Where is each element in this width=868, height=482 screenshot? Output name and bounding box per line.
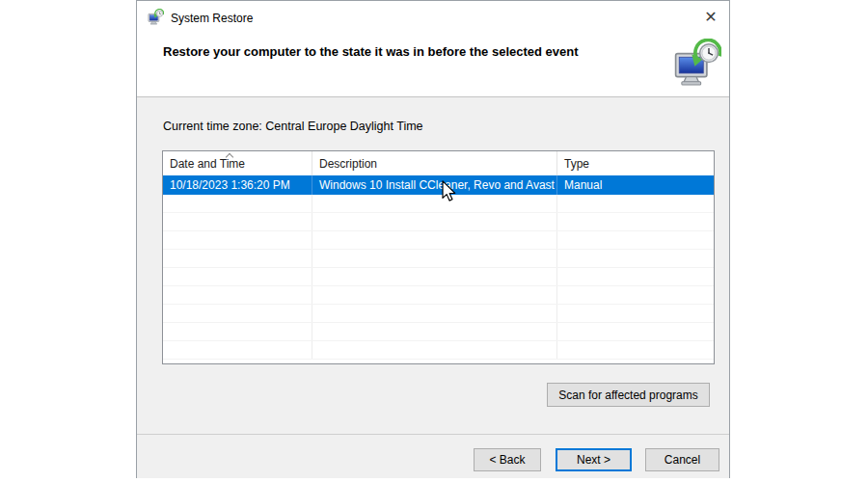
empty-cell xyxy=(557,305,714,322)
empty-cell xyxy=(163,231,312,249)
column-header-type[interactable]: Type xyxy=(557,151,714,175)
empty-table-row[interactable] xyxy=(163,250,714,268)
system-restore-icon xyxy=(148,9,164,25)
empty-cell xyxy=(163,341,312,359)
empty-cell xyxy=(312,213,557,230)
empty-cell xyxy=(163,195,312,212)
restore-point-cell: Manual xyxy=(557,175,714,195)
empty-cell xyxy=(163,213,312,230)
empty-cell xyxy=(557,286,714,304)
empty-cell xyxy=(163,268,312,285)
empty-table-row[interactable] xyxy=(163,195,714,213)
empty-cell xyxy=(312,195,557,212)
back-button[interactable]: < Back xyxy=(474,448,541,471)
empty-table-row[interactable] xyxy=(163,268,714,286)
restore-point-cell: 10/18/2023 1:36:20 PM xyxy=(163,175,312,195)
empty-cell xyxy=(312,286,557,304)
desktop-background: System Restore ✕ Restore your computer t… xyxy=(0,0,868,482)
empty-table-row[interactable] xyxy=(163,213,714,231)
empty-table-row[interactable] xyxy=(163,305,714,323)
empty-cell xyxy=(163,305,312,322)
empty-cell xyxy=(163,323,312,340)
system-restore-large-icon xyxy=(673,36,721,90)
empty-cell xyxy=(312,250,557,267)
restore-point-cell: Windows 10 Install CCleaner, Revo and Av… xyxy=(312,175,557,195)
table-header-row: Date and TimeDescriptionType xyxy=(163,151,714,175)
empty-cell xyxy=(163,286,312,304)
cancel-button[interactable]: Cancel xyxy=(645,448,719,471)
close-button[interactable]: ✕ xyxy=(696,3,725,32)
empty-cell xyxy=(557,323,714,340)
empty-cell xyxy=(557,213,714,230)
empty-cell xyxy=(312,323,557,340)
empty-cell xyxy=(557,268,714,285)
empty-table-row[interactable] xyxy=(163,341,714,360)
scan-affected-programs-button[interactable]: Scan for affected programs xyxy=(547,383,710,407)
column-header-description[interactable]: Description xyxy=(312,151,557,175)
timezone-text: Current time zone: Central Europe Daylig… xyxy=(163,120,423,133)
footer-bar: < Back Next > Cancel xyxy=(137,434,729,478)
dialog-heading: Restore your computer to the state it wa… xyxy=(163,44,579,59)
empty-cell xyxy=(557,231,714,249)
empty-cell xyxy=(312,305,557,322)
empty-cell xyxy=(163,250,312,267)
empty-cell xyxy=(557,250,714,267)
empty-cell xyxy=(312,341,557,359)
system-restore-dialog: System Restore ✕ Restore your computer t… xyxy=(136,0,730,478)
empty-cell xyxy=(557,341,714,359)
sort-chevron-up-icon xyxy=(226,153,233,161)
next-button[interactable]: Next > xyxy=(556,448,632,471)
dialog-body: Current time zone: Central Europe Daylig… xyxy=(137,97,729,434)
empty-cell xyxy=(312,231,557,249)
empty-cell xyxy=(312,268,557,285)
empty-cell xyxy=(557,195,714,212)
window-title: System Restore xyxy=(171,12,253,25)
title-bar[interactable]: System Restore ✕ xyxy=(137,1,729,35)
close-icon: ✕ xyxy=(704,9,717,25)
column-header-date-and-time[interactable]: Date and Time xyxy=(163,151,312,175)
empty-table-row[interactable] xyxy=(163,231,714,250)
empty-table-row[interactable] xyxy=(163,286,714,305)
restore-points-table: Date and TimeDescriptionType 10/18/2023 … xyxy=(162,150,715,364)
empty-table-row[interactable] xyxy=(163,323,714,341)
restore-point-row[interactable]: 10/18/2023 1:36:20 PMWindows 10 Install … xyxy=(163,175,714,195)
header-section: Restore your computer to the state it wa… xyxy=(137,35,729,97)
table-body: 10/18/2023 1:36:20 PMWindows 10 Install … xyxy=(163,175,714,363)
